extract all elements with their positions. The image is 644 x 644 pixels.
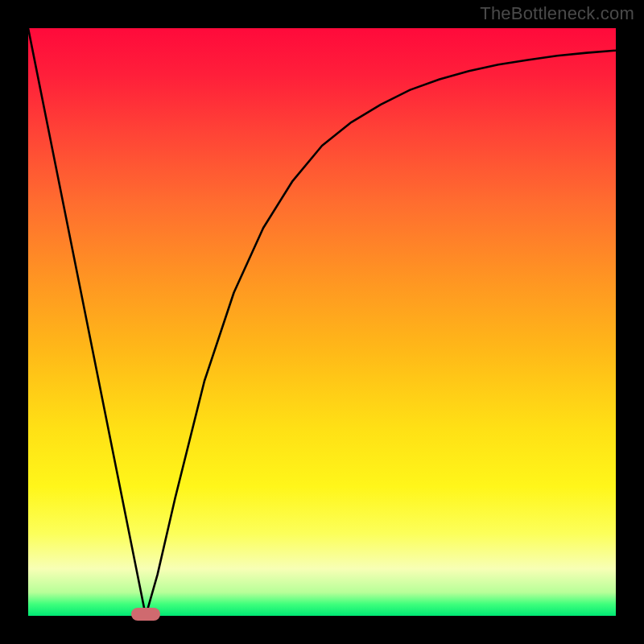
watermark-text: TheBottleneck.com [480, 3, 634, 24]
bottleneck-curve [28, 28, 616, 616]
minimum-marker [131, 608, 160, 621]
curve-svg [28, 28, 616, 616]
chart-frame: TheBottleneck.com [0, 0, 644, 644]
plot-area [28, 28, 616, 616]
